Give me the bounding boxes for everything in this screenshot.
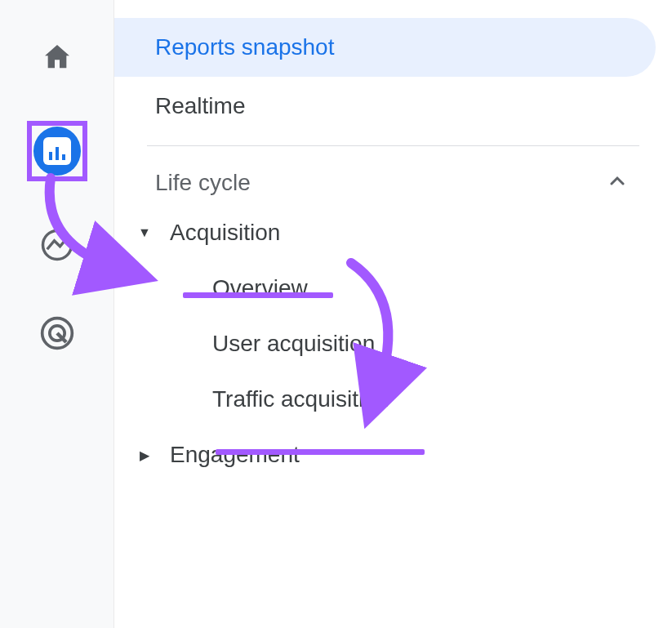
chevron-up-icon bbox=[607, 169, 627, 197]
nav-acquisition[interactable]: ▼ Acquisition bbox=[114, 205, 672, 261]
nav-traffic-acquisition[interactable]: Traffic acquisition bbox=[114, 372, 672, 427]
reports-nav-panel: Reports snapshot Realtime Life cycle ▼ A… bbox=[114, 0, 672, 628]
caret-down-icon: ▼ bbox=[127, 225, 162, 240]
section-label: Life cycle bbox=[155, 170, 251, 196]
nav-user-acquisition[interactable]: User acquisition bbox=[114, 316, 672, 372]
nav-engagement[interactable]: ▶ Engagement bbox=[114, 427, 672, 483]
icon-rail bbox=[0, 0, 114, 628]
nav-realtime[interactable]: Realtime bbox=[114, 77, 656, 136]
nav-advertising[interactable] bbox=[33, 309, 82, 358]
advertising-icon bbox=[39, 315, 75, 351]
annotation-underline bbox=[216, 449, 425, 455]
reports-icon bbox=[33, 127, 81, 176]
nav-item-label: Engagement bbox=[170, 442, 300, 468]
nav-overview[interactable]: Overview bbox=[114, 261, 672, 316]
nav-item-label: Realtime bbox=[155, 93, 245, 119]
nav-reports-snapshot[interactable]: Reports snapshot bbox=[114, 18, 656, 77]
nav-explore[interactable] bbox=[33, 220, 82, 269]
nav-item-label: Acquisition bbox=[170, 220, 280, 246]
nav-item-label: Traffic acquisition bbox=[212, 386, 389, 412]
explore-icon bbox=[40, 228, 74, 262]
nav-home[interactable] bbox=[33, 33, 82, 82]
caret-right-icon: ▶ bbox=[127, 448, 162, 463]
nav-reports[interactable] bbox=[27, 121, 87, 181]
nav-item-label: Reports snapshot bbox=[155, 34, 334, 60]
annotation-underline bbox=[183, 292, 333, 298]
home-icon bbox=[41, 41, 73, 73]
section-life-cycle[interactable]: Life cycle bbox=[114, 146, 672, 205]
nav-item-label: User acquisition bbox=[212, 331, 375, 357]
